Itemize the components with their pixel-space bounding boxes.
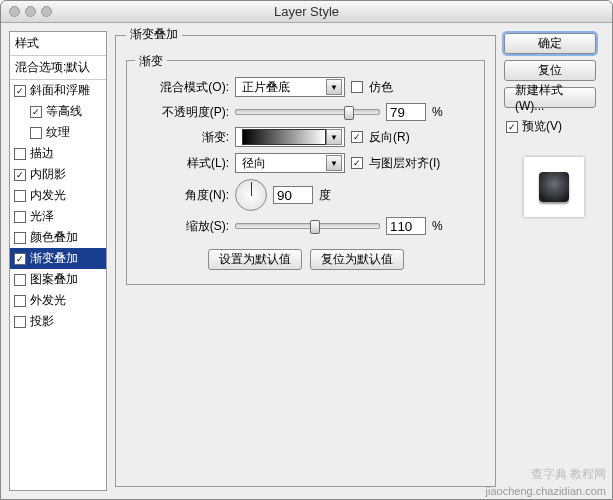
styles-header: 样式 [10,32,106,56]
style-checkbox[interactable] [14,295,26,307]
watermark-url: jiaocheng.chazidian.com [486,485,606,497]
style-label: 渐变叠加 [30,250,78,267]
style-checkbox[interactable] [14,148,26,160]
action-panel: 确定 复位 新建样式(W)... 预览(V) [504,31,604,491]
style-item[interactable]: 等高线 [10,101,106,122]
dither-label: 仿色 [369,79,393,96]
gradient-label: 渐变: [139,129,229,146]
align-checkbox[interactable] [351,157,363,169]
titlebar: Layer Style [1,1,612,23]
chevron-down-icon: ▼ [326,155,342,171]
minimize-icon[interactable] [25,6,36,17]
fieldset-title: 渐变 [135,53,167,70]
style-value: 径向 [242,155,266,172]
style-label: 光泽 [30,208,54,225]
watermark-brand: 查字典 教程网 [531,466,606,483]
make-default-button[interactable]: 设置为默认值 [208,249,302,270]
opacity-label: 不透明度(P): [139,104,229,121]
opacity-slider[interactable] [235,109,380,115]
chevron-down-icon: ▼ [326,79,342,95]
layer-style-dialog: Layer Style 样式 混合选项:默认 斜面和浮雕等高线纹理描边内阴影内发… [0,0,613,500]
style-checkbox[interactable] [14,253,26,265]
scale-unit: % [432,219,443,233]
style-item[interactable]: 图案叠加 [10,269,106,290]
scale-label: 缩放(S): [139,218,229,235]
style-label: 纹理 [46,124,70,141]
reset-default-button[interactable]: 复位为默认值 [310,249,404,270]
settings-panel: 渐变叠加 渐变 混合模式(O): 正片叠底 ▼ 仿色 不透明度(P): [115,31,496,491]
style-item[interactable]: 光泽 [10,206,106,227]
scale-slider[interactable] [235,223,380,229]
style-checkbox[interactable] [14,274,26,286]
style-label: 样式(L): [139,155,229,172]
blend-mode-label: 混合模式(O): [139,79,229,96]
style-item[interactable]: 内阴影 [10,164,106,185]
preview-checkbox[interactable] [506,121,518,133]
style-item[interactable]: 内发光 [10,185,106,206]
zoom-icon[interactable] [41,6,52,17]
style-checkbox[interactable] [14,85,26,97]
preview-swatch [524,157,584,217]
style-item[interactable]: 外发光 [10,290,106,311]
style-label: 投影 [30,313,54,330]
style-label: 图案叠加 [30,271,78,288]
align-label: 与图层对齐(I) [369,155,440,172]
style-label: 描边 [30,145,54,162]
blend-mode-select[interactable]: 正片叠底 ▼ [235,77,345,97]
gradient-preview [242,129,326,145]
style-checkbox[interactable] [14,190,26,202]
preview-label: 预览(V) [522,118,562,135]
style-select[interactable]: 径向 ▼ [235,153,345,173]
style-item[interactable]: 描边 [10,143,106,164]
opacity-unit: % [432,105,443,119]
style-item[interactable]: 颜色叠加 [10,227,106,248]
group-title: 渐变叠加 [126,26,182,43]
scale-input[interactable] [386,217,426,235]
style-checkbox[interactable] [14,316,26,328]
style-item[interactable]: 投影 [10,311,106,332]
gradient-fieldset: 渐变 混合模式(O): 正片叠底 ▼ 仿色 不透明度(P): [126,60,485,285]
reverse-checkbox[interactable] [351,131,363,143]
blend-options-header[interactable]: 混合选项:默认 [10,56,106,80]
angle-label: 角度(N): [139,187,229,204]
angle-dial[interactable] [235,179,267,211]
style-item[interactable]: 渐变叠加 [10,248,106,269]
style-label: 内发光 [30,187,66,204]
style-label: 等高线 [46,103,82,120]
style-checkbox[interactable] [30,106,42,118]
styles-list: 样式 混合选项:默认 斜面和浮雕等高线纹理描边内阴影内发光光泽颜色叠加渐变叠加图… [9,31,107,491]
style-checkbox[interactable] [14,211,26,223]
style-label: 颜色叠加 [30,229,78,246]
angle-unit: 度 [319,187,331,204]
new-style-button[interactable]: 新建样式(W)... [504,87,596,108]
style-label: 内阴影 [30,166,66,183]
style-checkbox[interactable] [14,232,26,244]
style-checkbox[interactable] [30,127,42,139]
opacity-input[interactable] [386,103,426,121]
reverse-label: 反向(R) [369,129,410,146]
style-label: 斜面和浮雕 [30,82,90,99]
style-item[interactable]: 斜面和浮雕 [10,80,106,101]
angle-input[interactable] [273,186,313,204]
style-item[interactable]: 纹理 [10,122,106,143]
dither-checkbox[interactable] [351,81,363,93]
cancel-button[interactable]: 复位 [504,60,596,81]
style-label: 外发光 [30,292,66,309]
blend-mode-value: 正片叠底 [242,79,290,96]
ok-button[interactable]: 确定 [504,33,596,54]
window-title: Layer Style [1,4,612,19]
close-icon[interactable] [9,6,20,17]
chevron-down-icon: ▼ [326,129,342,145]
gradient-picker[interactable]: ▼ [235,127,345,147]
style-checkbox[interactable] [14,169,26,181]
